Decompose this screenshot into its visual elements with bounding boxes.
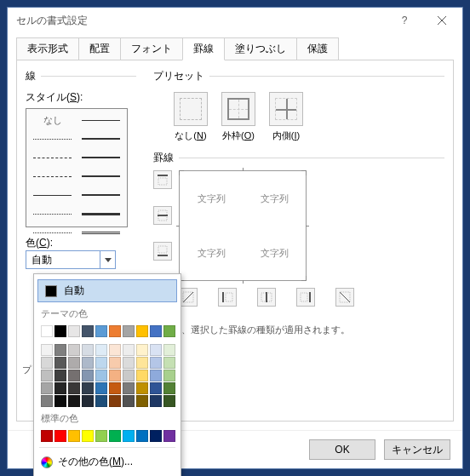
- tab-font[interactable]: フォント: [120, 37, 183, 60]
- color-swatch[interactable]: [41, 382, 53, 394]
- border-middle-v-button[interactable]: [257, 288, 276, 307]
- preset-none-button[interactable]: [174, 92, 208, 126]
- color-swatch[interactable]: [54, 357, 66, 369]
- color-swatch[interactable]: [95, 370, 107, 381]
- color-swatch[interactable]: [82, 382, 94, 394]
- border-diag-up-button[interactable]: [179, 288, 198, 307]
- color-swatch[interactable]: [41, 357, 53, 369]
- color-swatch[interactable]: [41, 344, 53, 356]
- color-swatch[interactable]: [54, 370, 66, 381]
- color-swatch[interactable]: [109, 325, 121, 337]
- color-swatch[interactable]: [82, 430, 94, 442]
- color-swatch[interactable]: [123, 382, 135, 394]
- color-swatch[interactable]: [109, 395, 121, 407]
- color-swatch[interactable]: [123, 370, 135, 381]
- tab-fill[interactable]: 塗りつぶし: [224, 37, 297, 60]
- color-swatch[interactable]: [68, 370, 80, 381]
- color-swatch[interactable]: [95, 344, 107, 356]
- color-swatch[interactable]: [123, 325, 135, 337]
- color-swatch[interactable]: [150, 344, 162, 356]
- color-swatch[interactable]: [150, 325, 162, 337]
- color-swatch[interactable]: [54, 430, 66, 442]
- color-swatch[interactable]: [136, 357, 148, 369]
- color-swatch[interactable]: [109, 370, 121, 381]
- color-swatch[interactable]: [54, 344, 66, 356]
- color-swatch[interactable]: [82, 344, 94, 356]
- color-swatch[interactable]: [68, 357, 80, 369]
- color-swatch[interactable]: [123, 357, 135, 369]
- cancel-button[interactable]: キャンセル: [384, 439, 450, 460]
- color-swatch[interactable]: [150, 395, 162, 407]
- color-swatch[interactable]: [54, 325, 66, 337]
- border-diag-down-button[interactable]: [335, 288, 354, 307]
- color-swatch[interactable]: [95, 395, 107, 407]
- color-swatch[interactable]: [82, 357, 94, 369]
- color-combo[interactable]: 自動: [26, 250, 116, 269]
- line-style-item[interactable]: [82, 152, 120, 163]
- line-style-item[interactable]: [33, 152, 72, 163]
- color-swatch[interactable]: [41, 395, 53, 407]
- line-style-item[interactable]: [33, 133, 72, 145]
- preset-outline-button[interactable]: [221, 92, 255, 126]
- line-style-item[interactable]: [33, 170, 72, 182]
- color-swatch[interactable]: [41, 430, 53, 442]
- border-bottom-button[interactable]: [153, 242, 172, 261]
- color-swatch[interactable]: [136, 325, 148, 337]
- close-button[interactable]: [423, 9, 461, 32]
- color-swatch[interactable]: [54, 382, 66, 394]
- color-swatch[interactable]: [150, 357, 162, 369]
- color-swatch[interactable]: [41, 370, 53, 381]
- color-swatch[interactable]: [163, 344, 175, 356]
- color-swatch[interactable]: [95, 382, 107, 394]
- line-style-item[interactable]: [82, 189, 120, 201]
- color-swatch[interactable]: [109, 382, 121, 394]
- color-swatch[interactable]: [68, 382, 80, 394]
- color-swatch[interactable]: [82, 325, 94, 337]
- color-swatch[interactable]: [109, 344, 121, 356]
- color-swatch[interactable]: [41, 325, 53, 337]
- tab-border[interactable]: 罫線: [182, 37, 225, 60]
- color-swatch[interactable]: [68, 344, 80, 356]
- color-swatch[interactable]: [123, 395, 135, 407]
- color-swatch[interactable]: [163, 395, 175, 407]
- line-style-item[interactable]: [82, 170, 120, 182]
- ok-button[interactable]: OK: [309, 439, 375, 460]
- color-swatch[interactable]: [150, 430, 162, 442]
- color-swatch[interactable]: [82, 395, 94, 407]
- border-left-button[interactable]: [218, 288, 237, 307]
- color-swatch[interactable]: [163, 430, 175, 442]
- color-swatch[interactable]: [163, 382, 175, 394]
- color-swatch[interactable]: [68, 325, 80, 337]
- color-swatch[interactable]: [163, 325, 175, 337]
- tab-number-format[interactable]: 表示形式: [16, 37, 79, 60]
- border-top-button[interactable]: [153, 170, 172, 189]
- color-swatch[interactable]: [68, 430, 80, 442]
- preset-inside-button[interactable]: [269, 92, 303, 126]
- tab-protection[interactable]: 保護: [296, 37, 339, 60]
- color-swatch[interactable]: [82, 370, 94, 381]
- line-style-item[interactable]: [82, 208, 120, 220]
- line-style-item[interactable]: [82, 114, 120, 126]
- color-swatch[interactable]: [109, 430, 121, 442]
- color-swatch[interactable]: [136, 370, 148, 381]
- color-dropdown-button[interactable]: [100, 251, 115, 268]
- color-swatch[interactable]: [150, 382, 162, 394]
- color-swatch[interactable]: [54, 395, 66, 407]
- color-swatch[interactable]: [109, 357, 121, 369]
- color-swatch[interactable]: [136, 430, 148, 442]
- color-swatch[interactable]: [163, 357, 175, 369]
- line-style-none[interactable]: なし: [33, 114, 72, 126]
- line-style-item[interactable]: [33, 208, 72, 220]
- color-swatch[interactable]: [163, 370, 175, 381]
- line-style-item[interactable]: [33, 189, 72, 201]
- border-middle-h-button[interactable]: [153, 206, 172, 225]
- color-swatch[interactable]: [95, 357, 107, 369]
- color-swatch[interactable]: [95, 430, 107, 442]
- color-swatch[interactable]: [68, 395, 80, 407]
- more-colors-button[interactable]: その他の色(M)...: [34, 450, 181, 474]
- line-style-item[interactable]: [82, 133, 120, 145]
- line-style-list[interactable]: なし: [26, 108, 128, 227]
- border-right-button[interactable]: [296, 288, 315, 307]
- line-style-item[interactable]: [82, 227, 120, 238]
- color-swatch[interactable]: [123, 344, 135, 356]
